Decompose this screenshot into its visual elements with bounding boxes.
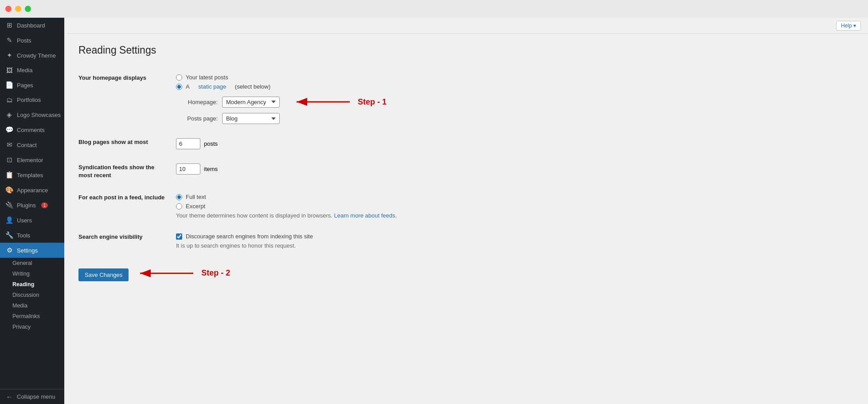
collapse-menu: ← Collapse menu bbox=[0, 389, 64, 404]
sidebar-item-dashboard[interactable]: ⊞ Dashboard bbox=[0, 18, 64, 33]
settings-icon: ⚙ bbox=[5, 246, 13, 254]
static-page-suffix: (select below) bbox=[235, 83, 270, 90]
sidebar-sub-media[interactable]: Media bbox=[0, 300, 64, 311]
plugins-badge: 1 bbox=[41, 202, 48, 208]
static-page-link[interactable]: static page bbox=[198, 83, 226, 90]
save-changes-button[interactable]: Save Changes bbox=[78, 268, 129, 281]
tools-icon: 🔧 bbox=[5, 231, 13, 239]
syndication-feeds-suffix: items bbox=[204, 166, 218, 172]
step1-label: Step - 1 bbox=[358, 97, 387, 107]
radio-excerpt[interactable]: Excerpt bbox=[176, 203, 854, 210]
feed-description: Your theme determines how content is dis… bbox=[176, 212, 854, 219]
arrow-step1-svg bbox=[292, 95, 354, 109]
topbar: Help ▾ bbox=[64, 18, 868, 34]
sidebar-item-label: Elementor bbox=[17, 157, 43, 163]
help-button[interactable]: Help ▾ bbox=[836, 21, 861, 31]
sidebar-item-appearance[interactable]: 🎨 Appearance bbox=[0, 183, 64, 198]
feed-include-control: Full text Excerpt Your theme determines … bbox=[176, 186, 854, 226]
sidebar-item-label: Templates bbox=[17, 172, 43, 179]
sidebar-item-settings[interactable]: ⚙ Settings bbox=[0, 243, 64, 258]
blog-pages-row: Blog pages show at most posts bbox=[78, 131, 854, 156]
portfolios-icon: 🗂 bbox=[5, 96, 13, 104]
sidebar-item-label: Settings bbox=[17, 247, 38, 254]
sidebar-item-label: Posts bbox=[17, 37, 31, 44]
search-engine-row: Search engine visibility Discourage sear… bbox=[78, 226, 854, 256]
search-engine-checkbox-text: Discourage search engines from indexing … bbox=[186, 233, 313, 240]
sidebar-item-label: Comments bbox=[17, 127, 45, 133]
logo-showcases-icon: ◈ bbox=[5, 111, 13, 119]
radio-latest-posts-label: Your latest posts bbox=[186, 74, 228, 81]
blog-pages-input[interactable] bbox=[176, 138, 200, 149]
radio-latest-posts[interactable]: Your latest posts bbox=[176, 74, 854, 81]
sidebar-sub-writing[interactable]: Writing bbox=[0, 268, 64, 279]
sidebar-item-templates[interactable]: 📋 Templates bbox=[0, 167, 64, 183]
sidebar-item-crowdy-theme[interactable]: ✦ Crowdy Theme bbox=[0, 48, 64, 63]
maximize-button[interactable] bbox=[25, 6, 31, 12]
step2-annotation: Step - 2 bbox=[136, 267, 230, 280]
sidebar-item-media[interactable]: 🖼 Media bbox=[0, 63, 64, 78]
sidebar-item-logo-showcases[interactable]: ◈ Logo Showcases bbox=[0, 107, 64, 122]
dashboard-icon: ⊞ bbox=[5, 21, 13, 29]
posts-page-select[interactable]: Blog News Articles bbox=[222, 113, 280, 124]
sidebar-item-label: Plugins bbox=[17, 202, 36, 209]
radio-static-prefix: A bbox=[186, 83, 190, 90]
sidebar-item-tools[interactable]: 🔧 Tools bbox=[0, 228, 64, 243]
sidebar-item-pages[interactable]: 📄 Pages bbox=[0, 78, 64, 93]
homepage-select[interactable]: Modern Agency Home About Contact Blog bbox=[222, 97, 280, 108]
radio-static-page-input[interactable] bbox=[176, 84, 182, 90]
homepage-displays-label: Your homepage displays bbox=[78, 67, 176, 131]
sidebar-item-label: Dashboard bbox=[17, 22, 45, 29]
sidebar-item-label: Users bbox=[17, 217, 32, 224]
homepage-displays-row: Your homepage displays Your latest posts… bbox=[78, 67, 854, 131]
sidebar-item-users[interactable]: 👤 Users bbox=[0, 213, 64, 228]
learn-more-feeds-link[interactable]: Learn more about feeds bbox=[334, 212, 395, 219]
search-engine-control: Discourage search engines from indexing … bbox=[176, 226, 854, 256]
sidebar-item-comments[interactable]: 💬 Comments bbox=[0, 122, 64, 137]
sidebar-sub-permalinks[interactable]: Permalinks bbox=[0, 311, 64, 322]
sidebar-sub-discussion[interactable]: Discussion bbox=[0, 290, 64, 300]
collapse-menu-button[interactable]: ← Collapse menu bbox=[0, 389, 64, 404]
syndication-feeds-label: Syndication feeds show the most recent bbox=[78, 156, 176, 186]
blog-pages-label: Blog pages show at most bbox=[78, 131, 176, 156]
sidebar-item-label: Contact bbox=[17, 142, 37, 148]
main-content: Reading Settings Your homepage displays … bbox=[64, 34, 868, 404]
static-page-selects: Homepage: Modern Agency Home About Conta… bbox=[176, 95, 854, 124]
feed-include-row: For each post in a feed, include Full te… bbox=[78, 186, 854, 226]
radio-full-text-input[interactable] bbox=[176, 194, 182, 200]
templates-icon: 📋 bbox=[5, 171, 13, 179]
traffic-lights bbox=[5, 6, 31, 12]
sidebar-sub-general[interactable]: General bbox=[0, 258, 64, 268]
radio-excerpt-input[interactable] bbox=[176, 203, 182, 210]
sidebar-item-posts[interactable]: ✎ Posts bbox=[0, 33, 64, 48]
homepage-select-with-annotation: Modern Agency Home About Contact Blog bbox=[222, 95, 387, 109]
sidebar-sub-reading[interactable]: Reading bbox=[0, 279, 64, 290]
sidebar-item-label: Crowdy Theme bbox=[17, 52, 56, 59]
radio-full-text-label: Full text bbox=[186, 194, 206, 200]
homepage-select-label: Homepage: bbox=[187, 99, 218, 105]
search-engine-checkbox-label[interactable]: Discourage search engines from indexing … bbox=[176, 233, 854, 240]
syndication-feeds-input[interactable] bbox=[176, 163, 200, 175]
sidebar: ⊞ Dashboard ✎ Posts ✦ Crowdy Theme 🖼 Med… bbox=[0, 18, 64, 404]
syndication-feeds-control: items bbox=[176, 156, 854, 186]
sidebar-item-elementor[interactable]: ⊡ Elementor bbox=[0, 152, 64, 167]
radio-full-text[interactable]: Full text bbox=[176, 194, 854, 200]
search-engine-checkbox[interactable] bbox=[176, 233, 182, 240]
collapse-icon: ← bbox=[5, 393, 13, 400]
close-button[interactable] bbox=[5, 6, 12, 12]
sidebar-item-label: Appearance bbox=[17, 187, 48, 194]
sidebar-item-plugins[interactable]: 🔌 Plugins 1 bbox=[0, 198, 64, 213]
appearance-icon: 🎨 bbox=[5, 186, 13, 194]
sidebar-sub-privacy[interactable]: Privacy bbox=[0, 322, 64, 332]
radio-static-page[interactable]: A static page (select below) bbox=[176, 83, 854, 90]
radio-latest-posts-input[interactable] bbox=[176, 74, 182, 81]
sidebar-item-contact[interactable]: ✉ Contact bbox=[0, 137, 64, 152]
feed-include-label: For each post in a feed, include bbox=[78, 186, 176, 226]
minimize-button[interactable] bbox=[15, 6, 21, 12]
sidebar-item-portfolios[interactable]: 🗂 Portfolios bbox=[0, 93, 64, 107]
app-container: ⊞ Dashboard ✎ Posts ✦ Crowdy Theme 🖼 Med… bbox=[0, 18, 868, 404]
sidebar-item-label: Pages bbox=[17, 82, 33, 89]
search-engine-label: Search engine visibility bbox=[78, 226, 176, 256]
page-title: Reading Settings bbox=[78, 44, 854, 56]
homepage-select-row: Homepage: Modern Agency Home About Conta… bbox=[187, 95, 854, 109]
sidebar-item-label: Media bbox=[17, 67, 32, 74]
